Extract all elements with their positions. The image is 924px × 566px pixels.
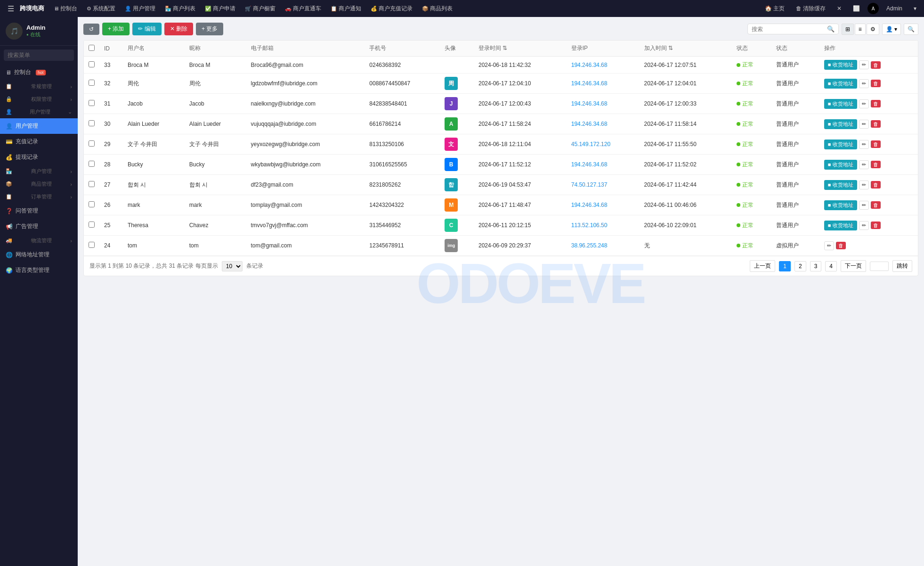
search-icon[interactable]: 🔍 — [827, 25, 835, 33]
ip-link-6[interactable]: 74.50.127.137 — [571, 181, 608, 188]
add-button[interactable]: + 添加 — [102, 23, 130, 35]
row-checkbox-4[interactable] — [89, 140, 95, 147]
addr-button-6[interactable]: ■ 收货地址 — [824, 180, 857, 190]
admin-menu[interactable]: ▾ — [910, 4, 920, 13]
select-all-checkbox[interactable] — [89, 45, 95, 51]
sidebar-group-regular[interactable]: 📋 常规管理 › — [0, 80, 78, 93]
addr-button-7[interactable]: ■ 收货地址 — [824, 200, 857, 210]
page-1-button[interactable]: 1 — [779, 261, 791, 271]
nav-item-usermgmt[interactable]: 👤用户管理 — [121, 3, 159, 15]
sidebar-item-network-address[interactable]: 🌐 网络地址管理 — [0, 247, 78, 262]
nav-item-merchant-notice[interactable]: 📋商户通知 — [327, 3, 365, 15]
edit-row-button-6[interactable]: ✏ — [859, 180, 869, 189]
ip-link-7[interactable]: 194.246.34.68 — [571, 202, 608, 208]
edit-row-button-4[interactable]: ✏ — [859, 140, 869, 149]
ip-link-8[interactable]: 113.52.106.50 — [571, 222, 608, 229]
page-jump-input[interactable] — [870, 262, 889, 271]
delete-row-button-9[interactable]: 🗑 — [836, 242, 846, 249]
delete-row-button-7[interactable]: 🗑 — [871, 201, 881, 209]
row-checkbox-8[interactable] — [89, 221, 95, 228]
sidebar-search-input[interactable] — [4, 49, 74, 61]
page-2-button[interactable]: 2 — [794, 261, 806, 271]
delete-row-button-3[interactable]: 🗑 — [871, 120, 881, 128]
edit-row-button-0[interactable]: ✏ — [859, 60, 869, 69]
user-settings-button[interactable]: 👤 ▾ — [882, 24, 901, 35]
edit-row-button-7[interactable]: ✏ — [859, 201, 869, 210]
addr-button-3[interactable]: ■ 收货地址 — [824, 119, 857, 129]
addr-button-1[interactable]: ■ 收货地址 — [824, 79, 857, 89]
ip-link-5[interactable]: 194.246.34.68 — [571, 161, 608, 168]
ip-link-0[interactable]: 194.246.34.68 — [571, 62, 608, 68]
edit-row-button-8[interactable]: ✏ — [859, 221, 869, 230]
delete-row-button-2[interactable]: 🗑 — [871, 100, 881, 107]
list-view-button[interactable]: ≡ — [855, 24, 866, 35]
row-checkbox-7[interactable] — [89, 201, 95, 207]
addr-button-4[interactable]: ■ 收货地址 — [824, 139, 857, 149]
sidebar-group-product[interactable]: 📦 商品管理 › — [0, 178, 78, 190]
nav-item-product-list[interactable]: 📦商品列表 — [418, 3, 456, 15]
ip-link-9[interactable]: 38.96.255.248 — [571, 242, 608, 249]
sidebar-item-qa[interactable]: ❓ 问答管理 — [0, 203, 78, 219]
prev-page-button[interactable]: 上一页 — [750, 260, 775, 272]
home-button[interactable]: 🏠主页 — [761, 4, 788, 14]
delete-row-button-6[interactable]: 🗑 — [871, 181, 881, 189]
edit-row-button-3[interactable]: ✏ — [859, 120, 869, 129]
sidebar-item-language[interactable]: 🌍 语言类型管理 — [0, 262, 78, 278]
edit-row-button-1[interactable]: ✏ — [859, 79, 869, 88]
nav-item-sysconfig[interactable]: ⚙系统配置 — [83, 3, 119, 15]
delete-row-button-0[interactable]: 🗑 — [871, 61, 881, 69]
addr-button-0[interactable]: ■ 收货地址 — [824, 60, 857, 70]
sidebar-item-console[interactable]: 🖥 控制台 hot — [0, 65, 78, 80]
search-input[interactable] — [752, 26, 827, 33]
delete-row-button-5[interactable]: 🗑 — [871, 161, 881, 168]
nav-item-merchant-recharge[interactable]: 💰商户充值记录 — [367, 3, 416, 15]
row-checkbox-0[interactable] — [89, 61, 95, 67]
row-checkbox-2[interactable] — [89, 100, 95, 106]
settings-view-button[interactable]: ⚙ — [867, 24, 879, 35]
edit-button[interactable]: ✏ 编辑 — [132, 23, 161, 35]
row-checkbox-6[interactable] — [89, 181, 95, 187]
sidebar-group-user[interactable]: 👤 用户管理 ⌄ — [0, 106, 78, 118]
clear-cache-button[interactable]: 🗑清除缓存 — [792, 4, 829, 14]
admin-name[interactable]: Admin — [883, 4, 906, 13]
grid-view-button[interactable]: ⊞ — [842, 24, 854, 35]
delete-row-button-4[interactable]: 🗑 — [871, 140, 881, 148]
row-checkbox-1[interactable] — [89, 80, 95, 86]
row-checkbox-5[interactable] — [89, 161, 95, 167]
delete-row-button-1[interactable]: 🗑 — [871, 80, 881, 87]
edit-row-button-9[interactable]: ✏ — [824, 241, 834, 250]
sidebar-item-ads[interactable]: 📢 广告管理 — [0, 219, 78, 234]
nav-item-merchant-direct[interactable]: 🚗商户直通车 — [281, 3, 325, 15]
delete-button[interactable]: ✕ 删除 — [164, 23, 193, 35]
refresh-button[interactable]: ↺ — [83, 24, 99, 35]
ip-link-3[interactable]: 194.246.34.68 — [571, 121, 608, 127]
ip-link-2[interactable]: 194.246.34.68 — [571, 100, 608, 107]
sidebar-item-withdrawal-records[interactable]: 💰 提现记录 — [0, 149, 78, 165]
ip-link-1[interactable]: 194.246.34.68 — [571, 80, 608, 87]
row-checkbox-9[interactable] — [89, 242, 95, 248]
page-4-button[interactable]: 4 — [825, 261, 837, 271]
sidebar-group-logistics[interactable]: 🚚 物流管理 › — [0, 234, 78, 247]
hamburger-menu[interactable]: ☰ — [4, 2, 18, 15]
sidebar-group-merchant[interactable]: 🏪 商户管理 › — [0, 165, 78, 178]
edit-row-button-5[interactable]: ✏ — [859, 160, 869, 169]
addr-button-5[interactable]: ■ 收货地址 — [824, 160, 857, 170]
search-filter-button[interactable]: 🔍 — [904, 24, 918, 35]
sidebar-group-permission[interactable]: 🔒 权限管理 › — [0, 93, 78, 106]
sidebar-group-order[interactable]: 📋 订单管理 › — [0, 190, 78, 203]
sidebar-item-recharge-records[interactable]: 💳 充值记录 — [0, 134, 78, 149]
per-page-select[interactable]: 10 20 50 — [222, 261, 243, 271]
page-jump-button[interactable]: 跳转 — [892, 260, 912, 272]
close-button[interactable]: ✕ — [833, 4, 845, 13]
nav-item-merchant-apply[interactable]: ✅商户申请 — [201, 3, 239, 15]
addr-button-8[interactable]: ■ 收货地址 — [824, 221, 857, 230]
nav-item-merchant-list[interactable]: 🏪商户列表 — [161, 3, 199, 15]
maximize-button[interactable]: ⬜ — [849, 4, 864, 13]
nav-item-merchant-shop[interactable]: 🛒商户橱窗 — [241, 3, 279, 15]
edit-row-button-2[interactable]: ✏ — [859, 99, 869, 108]
row-checkbox-3[interactable] — [89, 120, 95, 126]
ip-link-4[interactable]: 45.149.172.120 — [571, 141, 610, 148]
addr-button-2[interactable]: ■ 收货地址 — [824, 99, 857, 109]
next-page-button[interactable]: 下一页 — [841, 260, 866, 272]
delete-row-button-8[interactable]: 🗑 — [871, 221, 881, 229]
